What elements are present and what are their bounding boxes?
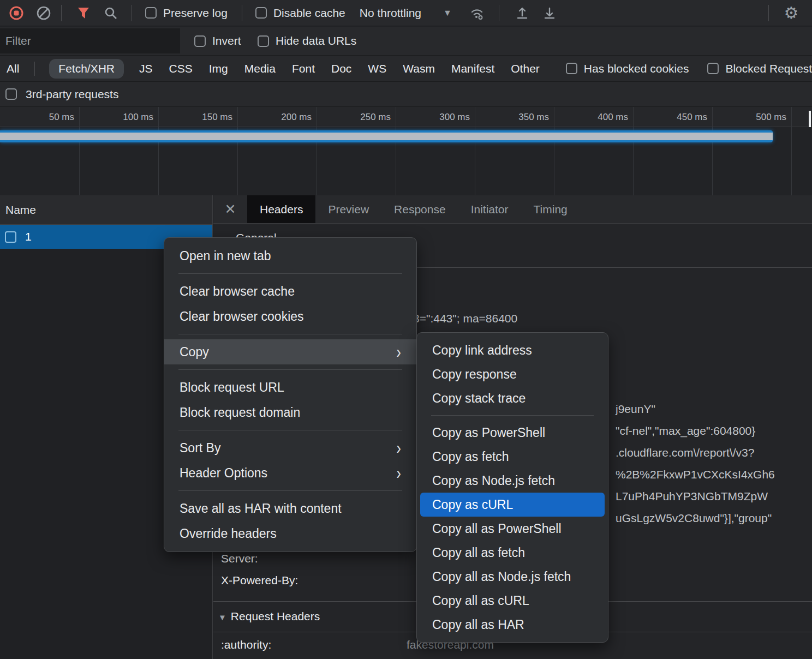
checkbox[interactable] (566, 63, 577, 74)
toolbar-divider (768, 5, 769, 21)
tab-response[interactable]: Response (381, 195, 458, 223)
menu-item-copy-as-fetch[interactable]: Copy as fetch (417, 445, 608, 469)
menu-item-label: Block request URL (180, 380, 284, 395)
menu-item-copy-all-as-curl[interactable]: Copy all as cURL (417, 589, 608, 613)
menu-item-sort-by[interactable]: Sort By› (164, 435, 416, 460)
type-filter-other[interactable]: Other (510, 59, 541, 78)
disable-cache-checkbox[interactable]: Disable cache (255, 7, 345, 20)
x-powered-by-header-key: X-Powered-By: (221, 574, 298, 587)
menu-item-copy-all-as-node-js-fetch[interactable]: Copy all as Node.js fetch (417, 565, 608, 589)
timeline-ruler[interactable]: 50 ms100 ms150 ms200 ms250 ms300 ms350 m… (0, 107, 812, 127)
search-icon[interactable] (101, 3, 121, 23)
gear-icon: ⚙ (784, 3, 799, 22)
menu-item-override-headers[interactable]: Override headers (164, 521, 416, 546)
menu-item-copy-all-as-har[interactable]: Copy all as HAR (417, 613, 608, 637)
ruler-label-200-ms: 200 ms (237, 107, 317, 127)
details-tabs: HeadersPreviewResponseInitiatorTiming (247, 195, 580, 223)
type-filter-row: AllFetch/XHRJSCSSImgMediaFontDocWSWasmMa… (0, 56, 812, 82)
filter-funnel-icon[interactable] (74, 3, 93, 23)
menu-item-clear-browser-cookies[interactable]: Clear browser cookies (164, 304, 416, 329)
ruler-label-50-ms: 50 ms (0, 107, 79, 127)
close-details-button[interactable]: ✕ (213, 195, 247, 223)
tab-preview[interactable]: Preview (315, 195, 381, 223)
disclosure-triangle-icon: ▼ (218, 613, 226, 622)
type-filter-font[interactable]: Font (291, 59, 316, 78)
menu-item-block-request-url[interactable]: Block request URL (164, 375, 416, 400)
type-filter-fetch-xhr[interactable]: Fetch/XHR (49, 59, 124, 79)
menu-item-copy-stack-trace[interactable]: Copy stack trace (417, 386, 608, 410)
menu-item-save-all-as-har-with-content[interactable]: Save all as HAR with content (164, 496, 416, 521)
menu-item-label: Copy response (432, 367, 517, 382)
menu-item-clear-browser-cache[interactable]: Clear browser cache (164, 279, 416, 304)
third-party-checkbox[interactable] (5, 88, 17, 100)
menu-item-label: Clear browser cache (180, 284, 295, 299)
network-conditions-icon[interactable] (467, 3, 487, 23)
checkbox[interactable] (145, 7, 157, 19)
export-har-icon[interactable] (540, 3, 559, 23)
type-filter-all[interactable]: All (5, 59, 20, 78)
menu-item-copy-all-as-powershell[interactable]: Copy all as PowerShell (417, 517, 608, 541)
checkbox[interactable] (707, 63, 719, 74)
menu-item-copy-as-curl[interactable]: Copy as cURL (420, 493, 605, 517)
chevron-right-icon: › (396, 439, 401, 457)
throttling-dropdown[interactable]: No throttling ▼ (360, 7, 452, 20)
request-headers-label: Request Headers (231, 610, 320, 622)
menu-item-copy-response[interactable]: Copy response (417, 362, 608, 386)
type-filter-img[interactable]: Img (208, 59, 229, 78)
invert-checkbox[interactable]: Invert (194, 34, 241, 47)
name-column-header[interactable]: Name (0, 195, 212, 225)
type-filter-doc[interactable]: Doc (330, 59, 353, 78)
gridline (554, 107, 554, 195)
checkbox[interactable] (194, 35, 206, 47)
type-filter-media[interactable]: Media (243, 59, 277, 78)
filter-input[interactable] (0, 28, 180, 53)
menu-item-label: Open in new tab (180, 249, 271, 263)
copy-submenu: Copy link addressCopy responseCopy stack… (416, 332, 608, 643)
preserve-log-label: Preserve log (163, 7, 228, 20)
checkbox[interactable] (258, 35, 269, 47)
toolbar-divider (132, 5, 132, 21)
menu-item-open-in-new-tab[interactable]: Open in new tab (164, 243, 416, 268)
invert-label: Invert (212, 34, 241, 47)
ruler-label-150-ms: 150 ms (158, 107, 237, 127)
import-har-icon[interactable] (512, 3, 532, 23)
has-blocked-cookies-checkbox[interactable]: Has blocked cookies (566, 62, 689, 75)
menu-item-copy-as-powershell[interactable]: Copy as PowerShell (417, 421, 608, 445)
tab-timing[interactable]: Timing (521, 195, 580, 223)
server-header-key: Server: (221, 552, 258, 565)
type-filter-wasm[interactable]: Wasm (402, 59, 436, 78)
details-tab-bar: ✕ HeadersPreviewResponseInitiatorTiming (213, 195, 812, 224)
menu-item-label: Sort By (180, 441, 220, 456)
record-button[interactable] (7, 3, 26, 23)
menu-item-copy-all-as-fetch[interactable]: Copy all as fetch (417, 541, 608, 565)
ruler-label-450-ms: 450 ms (633, 107, 712, 127)
chevron-down-icon: ▼ (443, 8, 452, 18)
type-filter-js[interactable]: JS (138, 59, 154, 78)
menu-item-header-options[interactable]: Header Options› (164, 460, 416, 486)
row-checkbox[interactable] (5, 231, 16, 243)
type-filter-ws[interactable]: WS (367, 59, 387, 78)
third-party-row: 3rd-party requests (0, 82, 812, 107)
menu-item-copy-as-node-js-fetch[interactable]: Copy as Node.js fetch (417, 469, 608, 493)
settings-gear-icon[interactable]: ⚙ (781, 3, 801, 23)
type-filter-manifest[interactable]: Manifest (450, 59, 495, 78)
menu-item-copy[interactable]: Copy› (164, 339, 416, 364)
preserve-log-checkbox[interactable]: Preserve log (145, 7, 228, 20)
checkbox[interactable] (255, 7, 267, 19)
request-headers-section[interactable]: ▼Request Headers (218, 610, 320, 623)
blocked-requests-checkbox[interactable]: Blocked Requests (707, 62, 812, 75)
menu-item-label: Copy all as HAR (432, 618, 524, 632)
tab-headers[interactable]: Headers (247, 195, 315, 223)
header-value-lines: j9eunY""cf-nel","max_age":604800}.cloudf… (616, 398, 775, 529)
menu-item-block-request-domain[interactable]: Block request domain (164, 400, 416, 425)
menu-separator (178, 369, 402, 370)
menu-item-label: Copy as PowerShell (432, 426, 545, 440)
type-filter-css[interactable]: CSS (168, 59, 194, 78)
menu-item-label: Clear browser cookies (180, 309, 304, 324)
clear-button[interactable] (34, 3, 53, 23)
hide-data-urls-checkbox[interactable]: Hide data URLs (258, 34, 356, 47)
tab-initiator[interactable]: Initiator (458, 195, 521, 223)
menu-item-copy-link-address[interactable]: Copy link address (417, 338, 608, 362)
header-value-line: "cf-nel","max_age":604800} (616, 420, 775, 442)
menu-item-label: Copy all as Node.js fetch (432, 570, 571, 584)
